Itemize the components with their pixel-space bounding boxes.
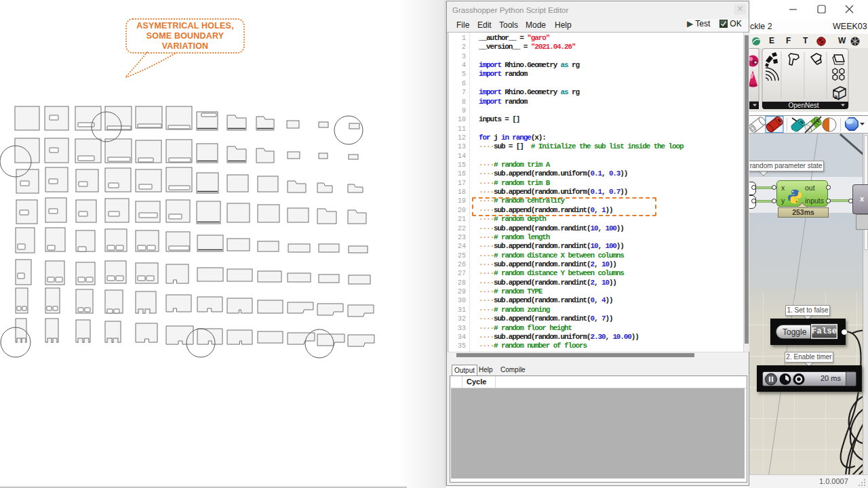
- svg-text:a: a: [834, 94, 838, 101]
- svg-text:OpenNest: OpenNest: [788, 102, 818, 109]
